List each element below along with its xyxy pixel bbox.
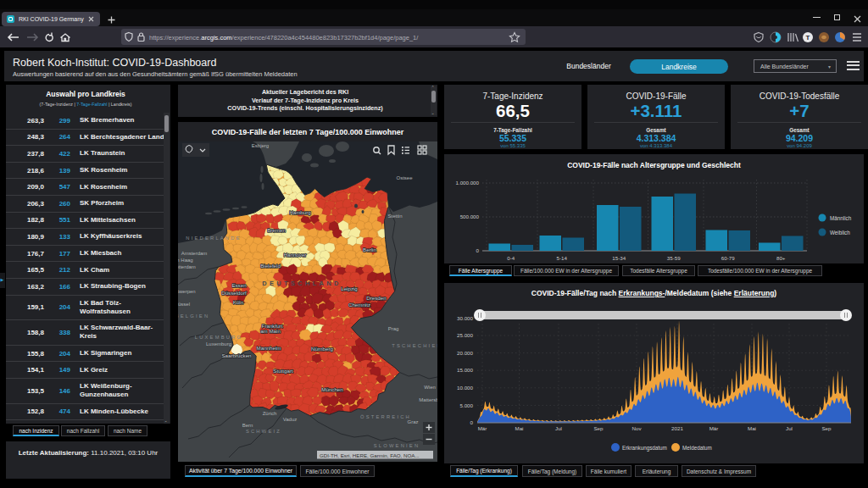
svg-text:0-4: 0-4	[507, 255, 515, 261]
svg-text:Wien: Wien	[424, 385, 436, 390]
svg-text:60-79: 60-79	[721, 255, 735, 261]
svg-text:Esbjerg: Esbjerg	[252, 143, 269, 148]
svg-text:500.000: 500.000	[460, 214, 480, 219]
svg-text:twerpen: twerpen	[178, 289, 196, 294]
svg-text:15-34: 15-34	[612, 255, 626, 261]
svg-text:Amsterdam: Amsterdam	[181, 251, 208, 256]
svg-text:5-14: 5-14	[557, 255, 568, 261]
svg-text:Hamburg: Hamburg	[289, 209, 311, 215]
svg-text:2021: 2021	[671, 425, 683, 431]
svg-text:Bremen: Bremen	[267, 227, 286, 233]
svg-text:München: München	[321, 386, 343, 392]
svg-text:Nürnberg: Nürnberg	[311, 346, 333, 352]
svg-text:10.000: 10.000	[457, 385, 473, 391]
svg-text:ÖSTERREICH: ÖSTERREICH	[360, 414, 411, 419]
svg-text:15.000: 15.000	[457, 367, 473, 373]
svg-text:Graz: Graz	[407, 419, 418, 424]
svg-text:5.000: 5.000	[460, 402, 474, 408]
svg-text:30.000: 30.000	[457, 315, 473, 321]
svg-text:GDI-TH, Esri, HERE, Garmin, FA: GDI-TH, Esri, HERE, Garmin, FAO, NOA...	[320, 452, 420, 458]
svg-text:0: 0	[476, 247, 480, 253]
svg-text:rüssel: rüssel	[178, 302, 190, 307]
svg-text:Sep: Sep	[821, 425, 832, 431]
svg-text:otterdam: otterdam	[178, 264, 196, 269]
svg-text:Ostsee: Ostsee	[396, 175, 413, 180]
svg-text:SLOWENIEN: SLOWENIEN	[374, 443, 420, 448]
svg-text:Mär: Mär	[478, 425, 487, 431]
svg-text:Weiblich: Weiblich	[830, 230, 850, 236]
svg-text:Mannheim: Mannheim	[257, 345, 281, 351]
svg-text:Dresden: Dresden	[366, 295, 387, 301]
svg-text:80+: 80+	[776, 255, 786, 261]
svg-text:Sep: Sep	[593, 425, 604, 431]
svg-text:Saarbrücken: Saarbrücken	[221, 352, 252, 358]
svg-text:Düsseldorf: Düsseldorf	[221, 290, 247, 296]
svg-text:Mattersb: Mattersb	[419, 397, 437, 402]
svg-text:TSCHECHIEN: TSCHECHIEN	[392, 343, 437, 348]
svg-text:Stuttgart: Stuttgart	[273, 368, 293, 374]
svg-text:1.000.000: 1.000.000	[455, 180, 479, 186]
svg-text:SCHWEIZ: SCHWEIZ	[246, 429, 281, 434]
svg-text:Luxemburg: Luxemburg	[206, 341, 231, 347]
svg-text:Meldedatum: Meldedatum	[682, 445, 712, 451]
svg-text:Mai: Mai	[748, 425, 756, 431]
svg-text:35-59: 35-59	[667, 255, 681, 261]
svg-text:Leipzig: Leipzig	[341, 286, 358, 291]
svg-text:Stettin: Stettin	[387, 214, 402, 219]
svg-text:20.000: 20.000	[457, 350, 473, 356]
svg-text:Erkrankungsdatum: Erkrankungsdatum	[622, 445, 667, 452]
svg-text:n Haag: n Haag	[178, 258, 193, 263]
svg-text:Zürich: Zürich	[263, 411, 277, 416]
svg-text:Köln: Köln	[233, 299, 244, 305]
svg-text:LUXEMBURG: LUXEMBURG	[195, 335, 243, 340]
svg-text:Bern: Bern	[242, 423, 253, 428]
svg-text:Chemnitz: Chemnitz	[348, 302, 370, 308]
svg-text:DEUTSCHLAND: DEUTSCHLAND	[262, 280, 342, 287]
svg-text:0: 0	[470, 419, 474, 425]
svg-text:Berlin: Berlin	[363, 247, 376, 252]
svg-text:Jul: Jul	[786, 425, 793, 431]
svg-text:Prag: Prag	[388, 326, 399, 331]
svg-text:25.000: 25.000	[457, 332, 473, 338]
svg-text:Jul: Jul	[555, 425, 562, 431]
svg-text:Nov: Nov	[632, 425, 642, 431]
svg-text:Mai: Mai	[515, 425, 524, 431]
svg-text:Männlich: Männlich	[830, 215, 852, 221]
svg-text:T: T	[806, 34, 810, 42]
svg-text:Hannover: Hannover	[284, 252, 307, 258]
svg-text:NIEDERLANDE: NIEDERLANDE	[186, 236, 241, 241]
svg-text:Vaduz: Vaduz	[283, 417, 298, 422]
svg-text:Bielefeld: Bielefeld	[260, 263, 281, 269]
svg-text:Mär: Mär	[709, 425, 719, 431]
svg-text:am Main: am Main	[260, 328, 281, 334]
svg-text:BELGIEN: BELGIEN	[178, 313, 209, 319]
svg-text:Essen: Essen	[231, 282, 247, 288]
